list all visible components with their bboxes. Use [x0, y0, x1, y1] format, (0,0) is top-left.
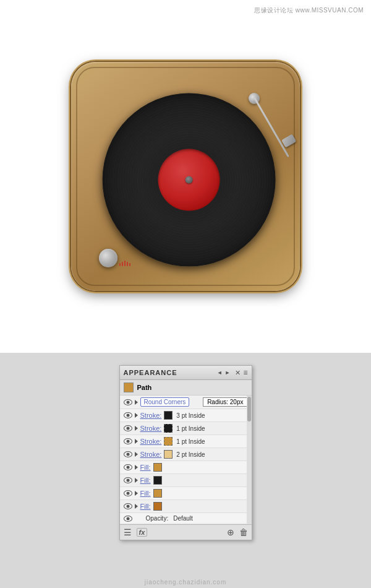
panel-content: Round Corners Radius: 20px Stroke: 3 pt …	[120, 396, 252, 524]
panel-arrow-right[interactable]: ►	[225, 370, 231, 376]
expand-arrow-stroke4[interactable]	[135, 452, 138, 457]
panel-menu-button[interactable]: ≡	[243, 368, 247, 377]
scroll-thumb[interactable]	[247, 397, 251, 422]
fill-row-2: Fill:	[120, 474, 252, 487]
radius-value-badge: Radius: 20px	[203, 397, 247, 407]
panel-footer: ☰ fx ⊕ 🗑	[120, 524, 252, 540]
stroke-value-3: 1 pt Inside	[176, 438, 205, 445]
fill-row-3: Fill:	[120, 487, 252, 500]
visibility-eye-icon-fill4[interactable]	[124, 503, 132, 509]
stroke-link-3[interactable]: Stroke:	[140, 438, 162, 445]
opacity-row: Opacity: Default	[120, 513, 252, 524]
visibility-eye-icon-stroke4[interactable]	[124, 451, 132, 457]
fill-swatch-1[interactable]	[153, 463, 162, 472]
turntable-icon	[71, 62, 300, 291]
stroke-swatch-3[interactable]	[164, 437, 173, 446]
knob-line-5	[129, 263, 130, 266]
fill-swatch-3[interactable]	[153, 489, 162, 498]
visibility-eye-icon-stroke3[interactable]	[124, 438, 132, 444]
panel-close-button[interactable]: ✕	[235, 369, 241, 377]
panel-title: APPEARANCE	[124, 369, 177, 376]
knob-line-2	[122, 262, 123, 266]
stroke-link-1[interactable]: Stroke:	[140, 412, 162, 419]
fill-link-2[interactable]: Fill:	[140, 477, 151, 484]
stroke-link-2[interactable]: Stroke:	[140, 425, 162, 432]
visibility-eye-icon-fill1[interactable]	[124, 464, 132, 470]
delete-effect-button[interactable]: 🗑	[239, 527, 248, 537]
panel-controls: ◄ ► ✕ ≡	[217, 368, 248, 377]
appearance-panel: APPEARANCE ◄ ► ✕ ≡ Path Round Corners Ra…	[119, 365, 252, 540]
expand-arrow-icon[interactable]	[135, 400, 138, 405]
knob-line-4	[127, 262, 128, 266]
add-effect-button[interactable]: ⊕	[227, 527, 234, 537]
top-area: 思缘设计论坛 www.MISSVUAN.COM	[0, 0, 371, 353]
tonearm-arm	[254, 97, 289, 157]
expand-arrow-fill4[interactable]	[135, 504, 138, 509]
stroke-row-2: Stroke: 1 pt Inside	[120, 422, 252, 435]
volume-knob	[99, 249, 117, 267]
stroke-value-4: 2 pt Inside	[176, 451, 205, 458]
fx-button[interactable]: fx	[137, 528, 148, 537]
panel-arrow-left[interactable]: ◄	[217, 370, 223, 376]
expand-arrow-fill2[interactable]	[135, 478, 138, 483]
stroke-value-2: 1 pt Inside	[176, 425, 205, 432]
opacity-value: Default	[173, 515, 193, 522]
stroke-row-4: Stroke: 2 pt Inside	[120, 448, 252, 461]
stroke-swatch-4[interactable]	[164, 450, 173, 459]
panel-scrollable-content: Round Corners Radius: 20px Stroke: 3 pt …	[120, 396, 252, 524]
visibility-eye-icon-opacity[interactable]	[124, 516, 132, 522]
tonearm	[192, 93, 266, 179]
visibility-eye-icon-fill2[interactable]	[124, 477, 132, 483]
expand-arrow-fill3[interactable]	[135, 491, 138, 496]
expand-arrow-stroke2[interactable]	[135, 426, 138, 431]
bottom-area: APPEARANCE ◄ ► ✕ ≡ Path Round Corners Ra…	[0, 353, 371, 588]
watermark-text: 思缘设计论坛 www.MISSVUAN.COM	[254, 6, 364, 15]
fill-row-1: Fill:	[120, 461, 252, 474]
scrollbar[interactable]	[247, 396, 252, 524]
stroke-value-1: 3 pt Inside	[176, 412, 205, 419]
path-color-swatch[interactable]	[124, 383, 134, 392]
expand-arrow-fill1[interactable]	[135, 465, 138, 470]
fill-link-1[interactable]: Fill:	[140, 464, 151, 471]
round-corners-row: Round Corners Radius: 20px	[120, 396, 252, 409]
expand-arrow-stroke1[interactable]	[135, 413, 138, 418]
stroke-link-4[interactable]: Stroke:	[140, 451, 162, 458]
stroke-row-3: Stroke: 1 pt Inside	[120, 435, 252, 448]
tonearm-head	[281, 134, 296, 147]
knob-lines	[119, 261, 130, 266]
stroke-row-1: Stroke: 3 pt Inside	[120, 409, 252, 422]
visibility-eye-icon-stroke1[interactable]	[124, 412, 132, 418]
knob-line-3	[124, 261, 126, 266]
layer-icon[interactable]: ☰	[124, 527, 132, 537]
path-row: Path	[120, 380, 252, 396]
visibility-eye-icon-stroke2[interactable]	[124, 425, 132, 431]
visibility-eye-icon-fill3[interactable]	[124, 490, 132, 496]
fill-swatch-2[interactable]	[153, 476, 162, 485]
fill-link-4[interactable]: Fill:	[140, 503, 151, 510]
expand-arrow-stroke3[interactable]	[135, 439, 138, 444]
path-label: Path	[137, 384, 152, 391]
stroke-swatch-1[interactable]	[164, 411, 173, 420]
opacity-label: Opacity:	[146, 515, 169, 522]
visibility-eye-icon[interactable]	[124, 399, 132, 405]
fill-link-3[interactable]: Fill:	[140, 490, 151, 497]
round-corners-button[interactable]: Round Corners	[140, 397, 190, 407]
panel-titlebar: APPEARANCE ◄ ► ✕ ≡	[120, 366, 252, 380]
bottom-watermark-text: jiaocheng.chazidian.com	[0, 573, 371, 586]
knob-line-1	[119, 263, 121, 266]
fill-swatch-4[interactable]	[153, 502, 162, 511]
stroke-swatch-2[interactable]	[164, 424, 173, 433]
fill-row-4: Fill:	[120, 500, 252, 513]
